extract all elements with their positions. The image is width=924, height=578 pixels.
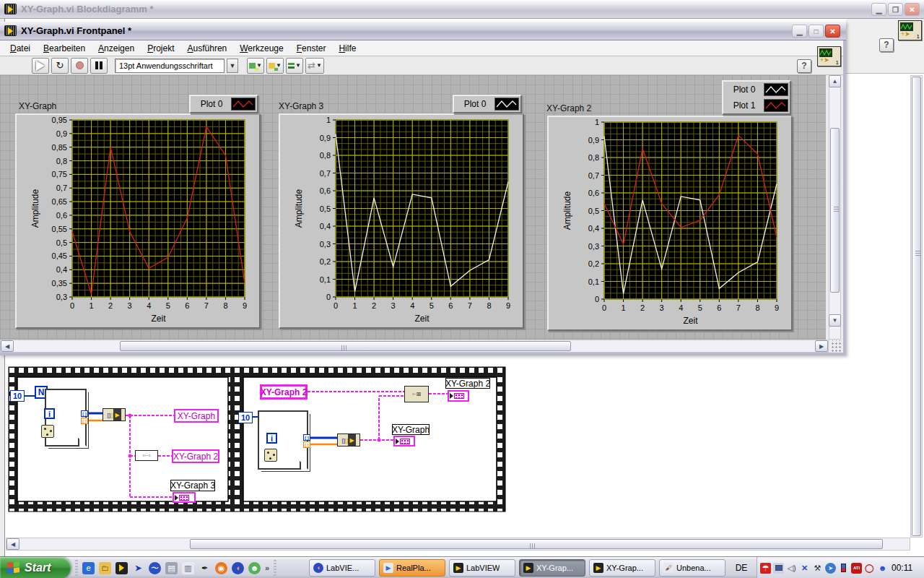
xy-graph2-terminal-2[interactable]: [448, 390, 469, 402]
taskbar-task-xy-grap-[interactable]: ▶XY-Grap...: [519, 559, 585, 577]
loop-tunnel-orange-2[interactable]: [ ]: [303, 441, 310, 448]
toolbar-handle[interactable]: [274, 560, 276, 576]
media-player-icon[interactable]: ◉: [215, 562, 227, 574]
avira-icon[interactable]: ☂: [760, 563, 771, 574]
menu-anzeigen[interactable]: Anzeigen: [92, 42, 140, 55]
blockdiagram-hscrollbar[interactable]: ◀: [6, 538, 910, 551]
taskbar-task-unbena-[interactable]: 🖌Unbena...: [659, 559, 725, 577]
xy-graph2-plot[interactable]: 012345678900,10,20,30,40,50,60,70,80,91Z…: [547, 116, 793, 331]
abort-button[interactable]: [71, 58, 88, 74]
loop-count-constant[interactable]: 10: [10, 390, 25, 402]
messenger-icon[interactable]: ☻: [248, 562, 261, 574]
resize-grip[interactable]: [830, 340, 842, 353]
xy-graph-indicator-label[interactable]: XY-Graph: [174, 409, 219, 423]
scroll-down-icon[interactable]: ▼: [829, 314, 841, 327]
scroll-left-icon[interactable]: ◀: [6, 538, 19, 550]
run-button[interactable]: [32, 58, 49, 74]
taskbar-task-labview[interactable]: ▶LabVIEW: [449, 559, 515, 577]
xy-graph-legend[interactable]: Plot 0: [189, 95, 258, 113]
loop-tunnel-blue[interactable]: [ ]: [81, 410, 88, 417]
legend-row[interactable]: Plot 0: [725, 82, 788, 97]
loop-tunnel-orange[interactable]: [ ]: [81, 418, 88, 424]
random-number-icon-2[interactable]: [264, 449, 277, 462]
loop-count-constant-2[interactable]: 10: [238, 412, 253, 423]
pause-button[interactable]: [90, 58, 108, 74]
xy-graph-indicator-label-2[interactable]: XY-Graph: [392, 424, 430, 435]
usb-icon[interactable]: ✕: [799, 563, 810, 574]
xy-graph-plot[interactable]: 01234567890,30,350,40,450,50,550,60,650,…: [15, 113, 261, 329]
ring-icon[interactable]: ◯: [864, 563, 875, 574]
legend-row[interactable]: Plot 1: [725, 98, 788, 113]
taskbar-task-labvie-[interactable]: ◖LabVIE...: [309, 559, 375, 577]
frontpanel-hscrollbar[interactable]: ◀ ▶: [0, 340, 829, 353]
xy-graph2-indicator-label[interactable]: XY-Graph 2: [172, 449, 219, 463]
loop-i-terminal-2[interactable]: i: [266, 433, 277, 444]
ati-icon[interactable]: ATI: [851, 563, 862, 574]
legend-row[interactable]: Plot 0: [456, 97, 519, 111]
menu-hilfe[interactable]: Hilfe: [333, 42, 362, 55]
xy-graph3-legend[interactable]: Plot 0: [453, 95, 522, 113]
minimize-button[interactable]: ▁: [792, 25, 807, 38]
frontpanel-vscrollbar[interactable]: ▲ ▼: [829, 75, 841, 340]
labview-icon[interactable]: [116, 562, 128, 574]
scroll-right-icon[interactable]: ▶: [815, 340, 828, 352]
reorder-button[interactable]: ⇄▼: [305, 58, 324, 74]
quicklaunch-overflow-chevron[interactable]: »: [265, 564, 269, 572]
monitor-icon[interactable]: [773, 563, 784, 574]
globe-icon[interactable]: 〜: [149, 562, 161, 574]
close-button[interactable]: ✕: [825, 25, 840, 38]
xy-graph2-indicator-label-2[interactable]: XY-Graph 2: [445, 378, 490, 389]
maximize-button[interactable]: □: [808, 25, 824, 38]
language-indicator[interactable]: DE: [732, 561, 751, 575]
bundle-node[interactable]: [][]▶: [103, 408, 126, 421]
ink-icon[interactable]: ✒: [199, 562, 211, 574]
distribute-objects-button[interactable]: ▼: [266, 58, 284, 74]
menu-bearbeiten[interactable]: Bearbeiten: [38, 42, 91, 55]
blockdiagram-vi-icon[interactable]: +➤1: [898, 20, 922, 40]
scroll-up-icon[interactable]: ▲: [829, 75, 841, 87]
build-array-node-2[interactable]: ▫·⊞: [404, 386, 429, 402]
firefox-icon[interactable]: ◖: [232, 562, 244, 574]
align-objects-button[interactable]: ▼: [247, 58, 264, 74]
close-button[interactable]: ✕: [905, 3, 920, 16]
xy-graph3-indicator-label[interactable]: XY-Graph 3: [170, 480, 215, 491]
phone-icon[interactable]: ▤: [165, 562, 178, 574]
battery-icon[interactable]: [838, 563, 849, 574]
bundle-node-2[interactable]: [][]▶: [337, 434, 360, 447]
network-icon[interactable]: ➤: [825, 563, 836, 574]
minimize-button[interactable]: ▁: [871, 3, 886, 16]
face-icon[interactable]: ☻: [877, 563, 888, 574]
random-number-icon[interactable]: [41, 425, 54, 438]
blockdiagram-window-titlebar[interactable]: XY-Graph.vi Blockdiagramm * ▁ ❐ ✕: [0, 0, 924, 19]
xy-graph2-control-label[interactable]: XY-Graph 2: [260, 384, 308, 400]
menu-datei[interactable]: Datei: [4, 42, 36, 55]
menu-fenster[interactable]: Fenster: [291, 42, 332, 55]
font-selector-dropdown-icon[interactable]: ▼: [227, 59, 238, 73]
frontpanel-vi-icon[interactable]: +➤1: [817, 46, 841, 66]
xy-graph-terminal-2[interactable]: [393, 436, 415, 447]
blockdiagram-help-button[interactable]: ?: [879, 38, 894, 52]
font-selector[interactable]: 13pt Anwendungsschriftart: [115, 59, 225, 73]
menu-ausfuehren[interactable]: Ausführen: [182, 42, 233, 55]
loop-tunnel-blue-2[interactable]: [ ]: [303, 434, 310, 441]
build-array-node[interactable]: ▫··▫: [135, 450, 158, 461]
loop-i-terminal[interactable]: i: [44, 408, 55, 419]
menu-werkzeuge[interactable]: Werkzeuge: [234, 42, 289, 55]
run-continuous-button[interactable]: ↻: [51, 58, 69, 74]
resize-objects-button[interactable]: ▼: [286, 58, 303, 74]
frontpanel-titlebar[interactable]: XY-Graph.vi Frontpanel * ▁ □ ✕: [0, 22, 846, 40]
blockdiagram-vscrollbar[interactable]: [910, 75, 923, 538]
xy-graph3-terminal[interactable]: [173, 492, 196, 503]
notes-icon[interactable]: ▥: [182, 562, 194, 574]
taskbar-task-realpla-[interactable]: ▶RealPla...: [379, 559, 445, 577]
email-icon[interactable]: e: [82, 562, 95, 574]
restore-button[interactable]: ❐: [888, 3, 903, 16]
folder-icon[interactable]: 🗀: [99, 562, 111, 574]
toolbar-handle[interactable]: [75, 560, 78, 576]
volume-icon[interactable]: ◁): [786, 563, 797, 574]
tools-icon[interactable]: ⚒: [812, 563, 823, 574]
legend-row[interactable]: Plot 0: [192, 97, 256, 111]
menu-projekt[interactable]: Projekt: [141, 42, 180, 55]
xy-graph2-legend[interactable]: Plot 0Plot 1: [722, 80, 791, 115]
taskbar-task-xy-grap-[interactable]: ▶XY-Grap...: [589, 559, 655, 577]
